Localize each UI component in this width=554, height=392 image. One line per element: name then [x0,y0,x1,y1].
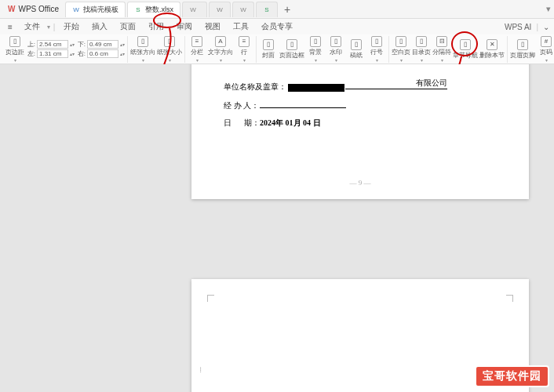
toc-icon: ▯ [416,36,427,47]
window-controls: ▾ [546,4,551,14]
line-icon: ≡ [239,36,250,47]
blank-page-button[interactable]: ▯空白页▾ [392,36,410,63]
menu-bar: ≡ 文件 ▾ | 开始 插入 页面 引用 审阅 视图 工具 会员专享 WPS A… [0,19,554,34]
menu-start[interactable]: 开始 [58,20,85,34]
field-label: 经 办 人： [224,101,259,110]
margin-right-input[interactable]: 0.6 cm [87,49,118,58]
line-height-button[interactable]: ≡行▾ [235,36,253,63]
gutter-icon: ▯ [351,39,362,50]
paper-size-button[interactable]: ▯纸张大小▾ [157,36,182,63]
watermark-button[interactable]: ▯水印▾ [326,36,345,63]
columns-button[interactable]: ≡分栏▾ [188,36,206,63]
new-tab-button[interactable]: + [279,3,295,16]
underline-field [260,100,346,108]
cover-icon: ▯ [263,39,274,50]
file-caret-icon: ▾ [47,24,50,31]
field-label: 单位名称及盖章： [224,82,286,91]
blank-icon: ▯ [395,36,406,47]
delete-section-icon: ✕ [487,39,498,50]
document-canvas[interactable]: 单位名称及盖章：有限公司 经 办 人： 日期：2024年 01月 04 日 — … [0,64,554,392]
menu-tools[interactable]: 工具 [228,20,254,34]
columns-icon: ≡ [191,36,202,47]
doc-icon: W [239,5,247,13]
doc-tab[interactable]: W [232,2,254,17]
field-label: 日 [224,118,231,127]
page-number: — 9 — [191,179,529,187]
company-line: 单位名称及盖章：有限公司 [224,82,447,93]
menu-member[interactable]: 会员专享 [256,20,298,34]
doc-tab[interactable]: S 整数.xlsx [127,2,180,17]
background-button[interactable]: ▯背景▾ [306,36,325,63]
page-border-button[interactable]: ▯页面边框 [279,39,304,60]
doc-icon: W [189,5,197,13]
doc-tab[interactable]: W 找稿壳模板 [65,2,126,17]
handler-line: 经 办 人： [224,100,346,111]
stepper-icon[interactable]: ▴▾ [70,43,75,46]
margin-corner-icon [506,295,513,302]
doc-tab[interactable]: S [256,2,278,17]
document-page[interactable]: 单位名称及盖章：有限公司 经 办 人： 日期：2024年 01月 04 日 — … [191,64,529,199]
breaks-button[interactable]: ⊟分隔符▾ [432,36,451,63]
menu-insert[interactable]: 插入 [86,20,113,34]
underline-field: 有限公司 [345,82,447,89]
orientation-icon: ▯ [137,36,148,47]
wps-ai-button[interactable]: WPS AI [505,23,531,31]
company-suffix: 有限公司 [416,78,447,89]
doc-tab[interactable]: W [182,2,207,17]
header-footer-button[interactable]: ▯页眉页脚 [510,39,535,60]
margin-icon: ▯ [9,36,20,47]
date-value: 2024年 01月 04 日 [260,118,321,127]
date-line: 日期：2024年 01月 04 日 [224,118,321,129]
stepper-icon[interactable]: ▴▾ [70,53,75,56]
line-number-button[interactable]: ▯行号▾ [367,36,386,63]
text-direction-button[interactable]: A文字方向▾ [208,36,233,63]
watermark-badge: 宝哥软件园 [475,365,549,387]
menu-file[interactable]: 文件 [19,20,46,34]
margin-top-input[interactable]: 2.54 cm [37,40,68,49]
title-tab-bar: W WPS Office W 找稿壳模板 S 整数.xlsx W W W S +… [0,0,554,19]
doc-icon: W [72,5,80,13]
margin-left-label: 左: [26,49,35,58]
window-list-icon[interactable]: ▾ [546,4,551,14]
section-nav-button[interactable]: ▯章节导航 [453,39,478,60]
watermark-icon: ▯ [330,36,341,47]
lineno-icon: ▯ [371,36,382,47]
delete-section-button[interactable]: ✕删除本节 [479,39,505,60]
border-icon: ▯ [286,39,297,50]
secnav-icon: ▯ [460,39,471,50]
ribbon: ▯ 页边距▾ 上: 2.54 cm ▴▾ 下: 0.49 cm ▴▾ 左: 1.… [0,34,554,64]
wps-logo-icon: W [8,5,15,13]
doc-tab[interactable]: W [209,2,231,17]
bg-icon: ▯ [310,36,321,47]
app-name: WPS Office [18,5,59,13]
stepper-icon[interactable]: ▴▾ [120,43,125,46]
tab-label: 找稿壳模板 [83,5,118,15]
section-mark-icon: ⁞ [199,365,202,374]
page-number-button[interactable]: #页码▾ [537,36,554,63]
toc-page-button[interactable]: ▯目录页▾ [412,36,431,63]
margin-bottom-input[interactable]: 0.49 cm [87,40,118,49]
margin-inputs: 上: 2.54 cm ▴▾ 下: 0.49 cm ▴▾ 左: 1.31 cm ▴… [26,40,125,58]
cover-button[interactable]: ▯封面 [259,39,278,60]
orientation-button[interactable]: ▯纸张方向▾ [130,36,155,63]
redacted-text [288,84,344,92]
sheet-icon: S [263,5,271,13]
menu-view[interactable]: 视图 [199,20,226,34]
margin-top-label: 上: [26,40,35,49]
field-label: 期： [244,118,260,127]
pagenum-icon: # [541,36,552,47]
menu-page[interactable]: 页面 [115,20,141,34]
menu-review[interactable]: 审阅 [171,20,198,34]
menu-reference[interactable]: 引用 [143,20,169,34]
app-brand: W WPS Office [3,5,64,13]
stepper-icon[interactable]: ▴▾ [120,53,125,56]
margin-left-input[interactable]: 1.31 cm [37,49,68,58]
page-margin-button[interactable]: ▯ 页边距▾ [5,36,24,63]
collapse-ribbon-icon[interactable]: ⌄ [543,23,549,31]
doc-icon: W [216,5,224,13]
menu-sep: | [52,23,57,31]
size-icon: ▯ [164,36,175,47]
gutter-button[interactable]: ▯稿纸 [347,39,366,60]
hamburger-icon[interactable]: ≡ [3,21,17,33]
margin-corner-icon [207,295,214,302]
